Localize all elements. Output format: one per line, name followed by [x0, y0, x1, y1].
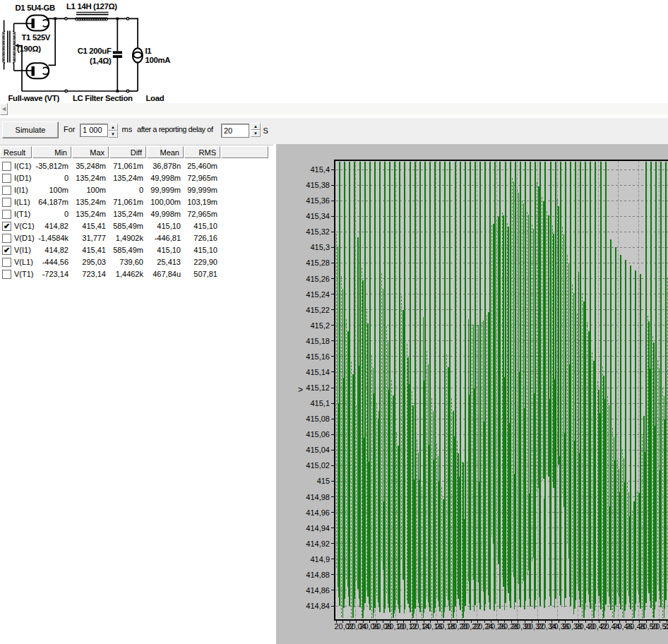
svg-text:D1 5U4-GB: D1 5U4-GB [16, 4, 55, 12]
svg-text:415,24: 415,24 [306, 290, 330, 299]
svg-text:415,26: 415,26 [306, 275, 330, 283]
svg-text:415,36: 415,36 [306, 196, 330, 205]
svg-text:414,96: 414,96 [306, 508, 330, 517]
svg-text:414,94: 414,94 [306, 524, 330, 532]
svg-text:LC Filter Section: LC Filter Section [73, 94, 133, 102]
svg-text:415,04: 415,04 [306, 446, 330, 454]
svg-text:414,98: 414,98 [306, 493, 330, 501]
svg-text:414,88: 414,88 [306, 571, 330, 579]
svg-text:Load: Load [146, 94, 165, 102]
svg-text:(1,4Ω): (1,4Ω) [90, 56, 112, 65]
svg-text:414,86: 414,86 [306, 586, 330, 595]
svg-text:415,08: 415,08 [306, 415, 330, 423]
svg-text:415,4: 415,4 [310, 165, 330, 174]
svg-text:L1 14H (127Ω): L1 14H (127Ω) [66, 2, 117, 11]
svg-text:415,16: 415,16 [306, 352, 330, 361]
svg-text:415,38: 415,38 [306, 181, 330, 189]
svg-text:415,02: 415,02 [306, 461, 330, 470]
svg-text:414,84: 414,84 [306, 602, 330, 610]
svg-text:100mA: 100mA [145, 56, 171, 64]
svg-text:Full-wave (VT): Full-wave (VT) [8, 94, 60, 102]
svg-text:415,28: 415,28 [306, 258, 330, 267]
svg-text:415,3: 415,3 [310, 243, 330, 251]
svg-text:415,18: 415,18 [306, 337, 330, 345]
svg-text:414,92: 414,92 [306, 539, 330, 548]
svg-text:415,34: 415,34 [306, 212, 330, 220]
svg-text:415,06: 415,06 [306, 430, 330, 439]
svg-text:I1: I1 [145, 47, 152, 55]
svg-text:C1 200uF: C1 200uF [78, 47, 112, 55]
svg-text:414,9: 414,9 [310, 555, 330, 564]
svg-text:415,32: 415,32 [306, 227, 330, 236]
svg-text:415,1: 415,1 [310, 399, 330, 407]
svg-text:415,22: 415,22 [306, 306, 330, 314]
svg-text:415,14: 415,14 [306, 368, 330, 376]
svg-text:(190Ω): (190Ω) [17, 44, 41, 53]
svg-text:415,2: 415,2 [310, 321, 330, 330]
svg-text:20,54: 20,54 [664, 622, 668, 631]
svg-text:T1 525V: T1 525V [22, 33, 51, 42]
svg-text:415,12: 415,12 [306, 383, 330, 392]
svg-text:>: > [298, 385, 303, 395]
svg-text:415: 415 [317, 477, 330, 485]
